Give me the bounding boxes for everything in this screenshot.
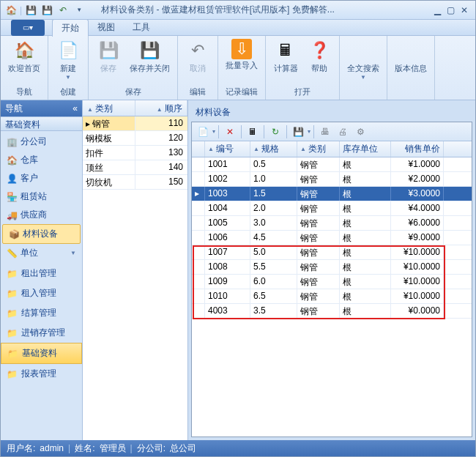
table-row[interactable]: 10096.0钢管根¥10.0000 bbox=[192, 275, 472, 289]
cat-row[interactable]: ▸ 钢管110 bbox=[83, 116, 187, 131]
folder-icon: 📁 bbox=[7, 289, 18, 299]
table-row[interactable]: 10085.5钢管根¥10.0000 bbox=[192, 260, 472, 275]
refresh-button[interactable]: ↻ bbox=[267, 125, 283, 139]
cat-row[interactable]: 切纹机150 bbox=[83, 175, 187, 190]
folder-label: 报表管理 bbox=[21, 368, 56, 380]
detail-title: 材料设备 bbox=[191, 103, 472, 122]
table-row[interactable]: 10106.5钢管根¥10.0000 bbox=[192, 289, 472, 304]
tab-start[interactable]: 开始 bbox=[52, 19, 89, 37]
folder-item-2[interactable]: 📁结算管理 bbox=[1, 303, 82, 323]
nav-item-label: 租赁站 bbox=[21, 190, 47, 203]
sidebar-item-5[interactable]: 📦材料设备 bbox=[2, 224, 81, 244]
cat-col-order[interactable]: ▲ 顺序 bbox=[135, 100, 187, 116]
col-price[interactable]: 销售单价 bbox=[391, 141, 444, 157]
close-button[interactable]: ✕ bbox=[461, 5, 468, 15]
col-spec[interactable]: ▲规格 bbox=[250, 141, 297, 157]
table-row[interactable]: ▸10031.5钢管根¥3.0000 bbox=[192, 187, 472, 201]
sidebar-item-6[interactable]: 📏单位▼ bbox=[1, 244, 82, 262]
print-button[interactable]: 🖨 bbox=[335, 125, 351, 139]
folder-item-0[interactable]: 📁租出管理 bbox=[1, 264, 82, 283]
nav-item-label: 材料设备 bbox=[23, 228, 58, 240]
col-unit[interactable]: 库存单位 bbox=[340, 141, 391, 157]
table-row[interactable]: 10042.0钢管根¥4.0000 bbox=[192, 201, 472, 216]
nav-item-label: 供应商 bbox=[21, 209, 47, 221]
calculator-icon: 🖩 bbox=[274, 39, 297, 62]
folder-item-1[interactable]: 📁租入管理 bbox=[1, 283, 82, 303]
nav-item-icon: 🚚 bbox=[7, 210, 17, 220]
col-cat[interactable]: ▲类别 bbox=[297, 141, 340, 157]
export-button[interactable]: 💾 bbox=[290, 125, 306, 139]
folder-item-3[interactable]: 📁进销存管理 bbox=[1, 323, 82, 343]
nav-collapse-icon[interactable]: « bbox=[72, 103, 78, 114]
settings-button[interactable]: ⚙ bbox=[352, 125, 368, 139]
app-menu-button[interactable]: ▭▾ bbox=[11, 20, 45, 36]
calc-button[interactable]: 🖩计算器 bbox=[269, 37, 302, 75]
import-icon: ⇩ bbox=[231, 39, 252, 59]
table-row[interactable]: 10021.0钢管根¥2.0000 bbox=[192, 172, 472, 187]
nav-title: 导航 bbox=[5, 103, 23, 115]
col-id[interactable]: ▲编号 bbox=[205, 141, 250, 157]
save-icon: 💾 bbox=[97, 39, 120, 62]
folder-icon: 📁 bbox=[7, 269, 18, 279]
new-button[interactable]: 📄新建▼ bbox=[51, 37, 85, 82]
row-indicator-col bbox=[192, 141, 205, 157]
save-icon[interactable]: 💾 bbox=[23, 3, 38, 18]
new-icon: 📄 bbox=[56, 39, 80, 62]
table-row[interactable]: 10075.0钢管根¥10.0000 bbox=[192, 245, 472, 260]
table-row[interactable]: 10064.5钢管根¥9.0000 bbox=[192, 231, 472, 245]
sidebar-item-4[interactable]: 🚚供应商 bbox=[1, 206, 82, 224]
status-co-label: 分公司: bbox=[137, 442, 166, 455]
table-row[interactable]: 10010.5钢管根¥1.0000 bbox=[192, 157, 472, 172]
qat-dropdown-icon[interactable]: ▼ bbox=[72, 3, 86, 18]
folder-label: 进销存管理 bbox=[21, 327, 65, 339]
home-icon[interactable]: 🏠 bbox=[4, 3, 18, 18]
import-button[interactable]: ⇩批量导入 bbox=[221, 37, 262, 73]
cancel-button[interactable]: ↶取消 bbox=[181, 37, 215, 75]
folder-label: 基础资料 bbox=[22, 347, 57, 360]
undo-icon: ↶ bbox=[186, 39, 209, 62]
cat-col-name[interactable]: ▲ 类别 bbox=[83, 100, 135, 116]
nav-item-icon: 📦 bbox=[9, 229, 19, 239]
tab-tool[interactable]: 工具 bbox=[124, 19, 159, 36]
status-co: 总公司 bbox=[170, 442, 196, 455]
tab-view[interactable]: 视图 bbox=[89, 19, 124, 36]
save-close-button[interactable]: 💾保存并关闭 bbox=[125, 37, 174, 75]
info-icon bbox=[399, 39, 423, 62]
nav-group-basic[interactable]: 基础资料 bbox=[1, 116, 82, 131]
undo-icon[interactable]: ↶ bbox=[56, 3, 70, 18]
table-row[interactable]: 40033.5钢管根¥0.0000 bbox=[192, 304, 472, 319]
help-icon: ❓ bbox=[308, 39, 331, 62]
new-record-button[interactable]: 📄 bbox=[195, 125, 211, 139]
cat-row[interactable]: 顶丝140 bbox=[83, 160, 187, 175]
folder-icon: 📁 bbox=[7, 369, 18, 379]
table-row[interactable]: 10053.0钢管根¥6.0000 bbox=[192, 216, 472, 231]
version-button[interactable]: 版本信息 bbox=[390, 37, 431, 75]
save-button[interactable]: 💾保存 bbox=[92, 37, 125, 75]
welcome-button[interactable]: 🏠欢迎首页 bbox=[4, 37, 45, 75]
grid-calc-button[interactable]: 🖩 bbox=[245, 125, 261, 139]
folder-item-5[interactable]: 📁报表管理 bbox=[1, 364, 82, 384]
cat-row[interactable]: 钢模板120 bbox=[83, 131, 187, 146]
sidebar-item-3[interactable]: 🏪租赁站 bbox=[1, 187, 82, 206]
delete-button[interactable]: ✕ bbox=[222, 125, 238, 139]
folder-label: 结算管理 bbox=[21, 307, 56, 319]
nav-item-label: 单位 bbox=[21, 247, 38, 259]
nav-item-icon: 🏢 bbox=[7, 137, 17, 147]
folder-item-4[interactable]: 📁基础资料 bbox=[1, 343, 82, 364]
sidebar-item-0[interactable]: 🏢分公司 bbox=[1, 133, 82, 151]
print-preview-button[interactable]: 🖶 bbox=[317, 125, 333, 139]
help-button[interactable]: ❓帮助 bbox=[302, 37, 336, 75]
save-close-icon[interactable]: 💾 bbox=[40, 3, 54, 18]
sidebar-item-2[interactable]: 👤客户 bbox=[1, 169, 82, 187]
status-name: 管理员 bbox=[100, 442, 126, 455]
nav-item-label: 仓库 bbox=[21, 154, 38, 166]
cat-row[interactable]: 扣件130 bbox=[83, 146, 187, 160]
search-button[interactable]: 全文搜索▼ bbox=[343, 37, 384, 82]
minimize-button[interactable]: ▁ bbox=[434, 5, 441, 15]
sidebar-item-1[interactable]: 🏠仓库 bbox=[1, 151, 82, 169]
folder-label: 租出管理 bbox=[21, 267, 56, 280]
maximize-button[interactable]: ▢ bbox=[447, 5, 455, 15]
folder-icon: 📁 bbox=[7, 328, 18, 338]
status-user-label: 用户名: bbox=[7, 442, 35, 455]
nav-item-icon: 📏 bbox=[7, 248, 17, 259]
